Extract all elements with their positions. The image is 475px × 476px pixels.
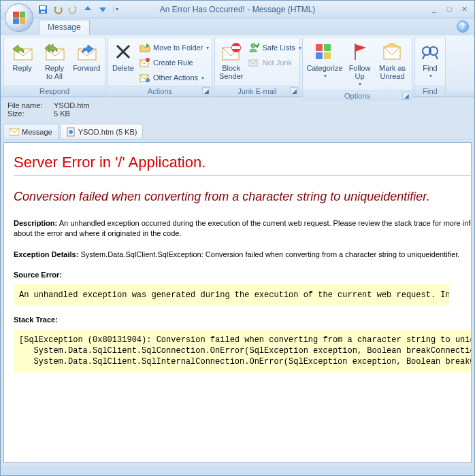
- next-item-icon[interactable]: [97, 4, 108, 15]
- forward-button[interactable]: Forward: [71, 39, 102, 74]
- block-sender-button[interactable]: Block Sender: [218, 39, 244, 82]
- follow-up-button[interactable]: Follow Up▾: [345, 39, 374, 90]
- office-logo-icon: [13, 12, 25, 24]
- size-value: 5 KB: [54, 109, 70, 118]
- exception-details-label: Exception Details:: [14, 250, 78, 258]
- safe-lists-icon: [248, 42, 259, 53]
- save-icon[interactable]: [37, 4, 48, 15]
- filename-value: YSOD.htm: [54, 101, 90, 109]
- stack-trace-heading: Stack Trace:: [14, 316, 472, 324]
- redo-icon[interactable]: [67, 4, 78, 15]
- filename-label: File name:: [7, 101, 48, 109]
- forward-label: Forward: [73, 64, 100, 72]
- not-junk-button: Not Junk: [246, 55, 304, 70]
- error-message: Conversion failed when converting from a…: [14, 188, 472, 205]
- attachment-info: File name: YSOD.htm Size: 5 KB: [1, 97, 474, 123]
- move-label: Move to Folder: [153, 44, 203, 52]
- not-junk-icon: [248, 57, 259, 68]
- attachment-message-label: Message: [22, 128, 52, 136]
- qat-customize-icon[interactable]: ▾: [113, 6, 120, 12]
- reply-all-button[interactable]: Reply to All: [39, 39, 69, 82]
- svg-line-21: [423, 55, 425, 59]
- size-label: Size:: [7, 109, 48, 118]
- delete-button[interactable]: Delete: [111, 39, 135, 74]
- svg-rect-17: [324, 52, 331, 59]
- svg-point-25: [69, 130, 73, 134]
- previous-item-icon[interactable]: [82, 4, 93, 15]
- svg-rect-16: [316, 52, 323, 59]
- svg-point-12: [251, 44, 255, 48]
- options-launcher[interactable]: ◢: [402, 92, 410, 100]
- mark-unread-label: Mark as Unread: [379, 64, 406, 80]
- group-find-label: Find: [415, 86, 445, 96]
- other-actions-button[interactable]: Other Actions▾: [137, 70, 212, 85]
- attachment-tab-message[interactable]: Message: [3, 124, 59, 139]
- svg-point-6: [146, 58, 150, 62]
- safe-lists-button[interactable]: Safe Lists▾: [246, 40, 304, 55]
- block-sender-icon: [220, 41, 242, 63]
- mark-unread-button[interactable]: Mark as Unread: [376, 39, 409, 82]
- folder-move-icon: [140, 42, 150, 53]
- mark-unread-icon: [382, 41, 404, 63]
- help-button[interactable]: ?: [457, 20, 469, 33]
- other-actions-icon: [140, 72, 150, 83]
- other-actions-label: Other Actions: [153, 73, 198, 82]
- svg-point-8: [146, 78, 150, 82]
- find-label: Find: [423, 64, 437, 72]
- categorize-label: Categorize: [306, 64, 342, 72]
- group-options-label: Options: [344, 92, 370, 100]
- description-para: Description: An unhandled exception occu…: [14, 218, 472, 239]
- find-button[interactable]: Find▾: [418, 39, 442, 82]
- source-error-heading: Source Error:: [14, 271, 472, 279]
- reply-all-label: Reply to All: [45, 64, 64, 80]
- exception-details-para: Exception Details: System.Data.SqlClient…: [14, 250, 472, 260]
- move-to-folder-button[interactable]: Move to Folder▾: [137, 40, 212, 55]
- envelope-icon: [10, 127, 19, 137]
- html-file-icon: [66, 127, 76, 137]
- description-text: An unhandled exception occurred during t…: [14, 219, 472, 237]
- divider: [14, 175, 472, 176]
- minimize-button[interactable]: _: [428, 5, 440, 14]
- attachment-preview[interactable]: Server Error in '/' Application. Convers…: [3, 142, 472, 463]
- create-rule-button[interactable]: Create Rule: [137, 55, 212, 70]
- office-button[interactable]: [5, 3, 33, 32]
- junk-launcher[interactable]: ◢: [290, 87, 298, 95]
- follow-up-icon: [349, 41, 371, 63]
- svg-line-22: [436, 55, 438, 59]
- reply-button[interactable]: Reply: [7, 39, 37, 74]
- description-label: Description:: [14, 219, 57, 227]
- maximize-button[interactable]: □: [443, 5, 455, 14]
- reply-all-icon: [44, 41, 65, 63]
- svg-rect-18: [384, 47, 400, 59]
- group-junk-label: Junk E-mail: [238, 87, 276, 95]
- delete-icon: [112, 41, 134, 63]
- find-icon: [419, 41, 441, 63]
- close-button[interactable]: ✕: [458, 5, 470, 14]
- svg-rect-15: [324, 44, 331, 51]
- reply-label: Reply: [13, 64, 32, 72]
- follow-up-label: Follow Up: [349, 64, 371, 80]
- undo-icon[interactable]: [52, 4, 63, 15]
- rule-icon: [140, 57, 150, 68]
- svg-rect-2: [41, 11, 45, 13]
- not-junk-label: Not Junk: [262, 58, 291, 67]
- reply-icon: [12, 41, 33, 63]
- block-sender-label: Block Sender: [219, 64, 243, 80]
- tab-message[interactable]: Message: [39, 20, 90, 35]
- attachment-tab-file[interactable]: YSOD.htm (5 KB): [60, 124, 144, 139]
- categorize-icon: [314, 41, 335, 63]
- group-actions-label: Actions: [148, 87, 172, 95]
- svg-rect-14: [316, 44, 323, 51]
- delete-label: Delete: [112, 64, 134, 72]
- categorize-button[interactable]: Categorize▾: [306, 39, 344, 82]
- ribbon: Reply Reply to All Forward Respond: [1, 35, 474, 97]
- group-respond-label: Respond: [4, 86, 105, 96]
- forward-icon: [76, 41, 97, 63]
- safe-lists-label: Safe Lists: [262, 44, 295, 52]
- svg-rect-1: [40, 6, 46, 10]
- svg-rect-11: [232, 46, 240, 49]
- error-title: Server Error in '/' Application.: [14, 154, 472, 171]
- attachment-file-label: YSOD.htm (5 KB): [78, 128, 137, 136]
- rule-label: Create Rule: [153, 58, 193, 67]
- actions-launcher[interactable]: ◢: [202, 87, 210, 95]
